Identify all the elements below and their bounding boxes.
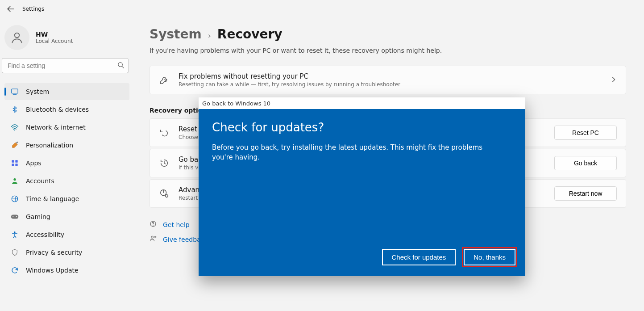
svg-point-5 [14,130,15,130]
sidebar-item-windows-update[interactable]: Windows Update [4,262,129,279]
power-gear-icon [159,189,170,198]
sidebar-item-gaming[interactable]: Gaming [4,208,129,225]
search-wrap [2,58,129,73]
user-name: HW [36,31,73,38]
shield-icon [11,248,19,256]
dialog-body: Check for updates? Before you go back, t… [199,109,525,249]
display-icon [11,88,19,96]
arrow-left-icon [7,5,14,13]
help-icon [150,220,157,229]
troubleshoot-card[interactable]: Fix problems without resetting your PC R… [150,66,626,94]
sidebar-item-label: Apps [26,160,42,167]
restart-now-button[interactable]: Restart now [554,186,617,201]
search-icon [117,62,124,70]
window-title: Settings [22,6,44,12]
sidebar-item-apps[interactable]: Apps [4,155,129,172]
card-title: Fix problems without resetting your PC [179,72,400,80]
sidebar-item-bluetooth[interactable]: Bluetooth & devices [4,101,129,118]
dialog-window-title: Go back to Windows 10 [202,100,270,107]
svg-point-0 [15,33,20,38]
svg-rect-7 [12,160,14,162]
sidebar-item-accounts[interactable]: Accounts [4,172,129,189]
sidebar-item-label: Windows Update [26,267,79,274]
go-back-dialog: Go back to Windows 10 Check for updates?… [199,97,525,276]
sidebar-item-label: Gaming [26,213,50,220]
reset-pc-button[interactable]: Reset PC [554,126,617,140]
dialog-text: Before you go back, try installing the l… [212,143,498,163]
svg-point-22 [151,236,154,238]
globe-clock-icon [11,195,19,203]
network-icon [11,123,19,131]
svg-rect-3 [12,89,18,93]
update-icon [11,266,19,274]
go-back-button[interactable]: Go back [554,156,617,170]
dialog-footer: Check for updates No, thanks [199,249,525,276]
apps-icon [11,159,19,167]
svg-rect-8 [15,160,17,162]
sidebar-item-label: Accounts [26,177,54,185]
back-button[interactable] [4,3,17,15]
history-icon [159,158,170,168]
check-for-updates-button[interactable]: Check for updates [382,249,456,265]
breadcrumb: System › Recovery [150,27,626,42]
accessibility-icon [11,231,19,239]
sidebar-item-label: Privacy & security [26,249,82,256]
svg-point-14 [12,216,13,217]
chevron-right-icon [611,76,617,84]
user-subtitle: Local Account [36,38,73,44]
svg-point-21 [153,225,153,226]
sidebar-item-label: Accessibility [26,231,64,238]
svg-point-16 [14,231,15,233]
dialog-heading: Check for updates? [212,121,512,134]
paintbrush-icon [11,141,19,149]
sidebar-item-label: System [26,88,49,95]
wrench-icon [159,75,170,85]
page-subhead: If you're having problems with your PC o… [150,47,626,54]
bluetooth-icon [11,105,19,113]
svg-point-15 [16,216,17,217]
person-icon [10,31,24,44]
svg-line-2 [122,66,124,68]
gaming-icon [11,213,19,221]
sidebar-item-accessibility[interactable]: Accessibility [4,226,129,243]
feedback-icon [150,235,157,244]
sidebar-item-privacy[interactable]: Privacy & security [4,244,129,261]
account-icon [11,177,19,185]
svg-rect-9 [12,164,14,166]
user-block[interactable]: HW Local Account [2,22,132,58]
dialog-titlebar[interactable]: Go back to Windows 10 [199,97,525,109]
sidebar-item-personalization[interactable]: Personalization [4,137,129,154]
svg-point-19 [166,195,168,198]
titlebar: Settings [0,0,644,18]
sidebar-item-time-language[interactable]: Time & language [4,190,129,207]
svg-point-1 [118,63,122,67]
breadcrumb-parent[interactable]: System [150,27,202,42]
sidebar-item-label: Bluetooth & devices [26,106,89,113]
sidebar-item-label: Time & language [26,195,79,202]
no-thanks-button[interactable]: No, thanks [464,249,515,265]
card-subtitle: Resetting can take a while — first, try … [179,81,400,88]
avatar [4,25,29,50]
search-input[interactable] [2,58,129,73]
svg-rect-10 [15,164,17,166]
chevron-right-icon: › [208,31,211,40]
svg-point-11 [13,178,16,181]
reset-icon [159,128,170,138]
svg-rect-13 [11,215,19,219]
nav-list: System Bluetooth & devices Network & int… [2,82,132,280]
sidebar-item-label: Network & internet [26,124,86,131]
page-title: Recovery [217,27,283,42]
sidebar-item-system[interactable]: System [4,83,129,100]
sidebar-item-label: Personalization [26,142,73,149]
link-label: Get help [163,221,190,228]
sidebar-item-network[interactable]: Network & internet [4,119,129,136]
sidebar: HW Local Account System Bluetooth & devi… [0,18,134,311]
